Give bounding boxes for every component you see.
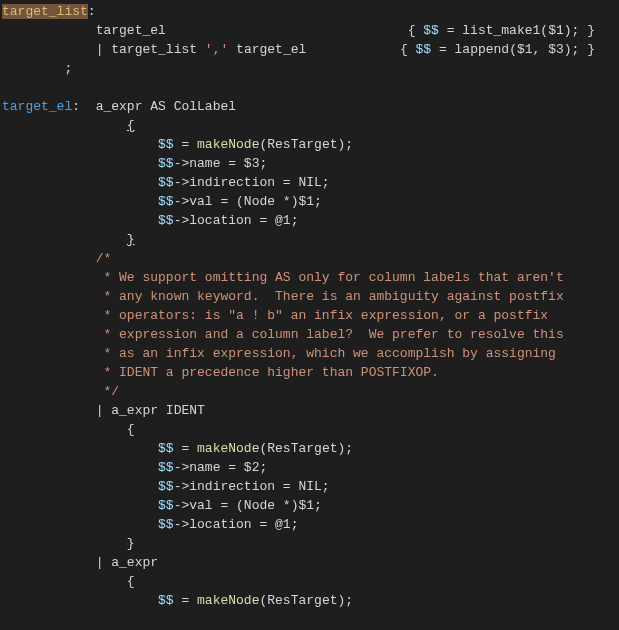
code-line: $$->indirection = NIL; bbox=[0, 477, 619, 496]
code-line: $$->location = @1; bbox=[0, 211, 619, 230]
code-line bbox=[0, 78, 619, 97]
code-line: $$->name = $3; bbox=[0, 154, 619, 173]
code-line: * IDENT a precedence higher than POSTFIX… bbox=[0, 363, 619, 382]
code-line: target_el { $$ = list_make1($1); } bbox=[0, 21, 619, 40]
code-line: * We support omitting AS only for column… bbox=[0, 268, 619, 287]
code-line: $$->val = (Node *)$1; bbox=[0, 192, 619, 211]
code-line: { bbox=[0, 572, 619, 591]
code-line: * as an infix expression, which we accom… bbox=[0, 344, 619, 363]
code-line: * any known keyword. There is an ambigui… bbox=[0, 287, 619, 306]
code-line: } bbox=[0, 534, 619, 553]
code-line: { bbox=[0, 116, 619, 135]
code-line: target_list: bbox=[0, 2, 619, 21]
code-line: */ bbox=[0, 382, 619, 401]
code-line: } bbox=[0, 230, 619, 249]
code-line: | a_expr bbox=[0, 553, 619, 572]
code-line: $$ = makeNode(ResTarget); bbox=[0, 135, 619, 154]
code-line: $$->indirection = NIL; bbox=[0, 173, 619, 192]
code-line: $$->location = @1; bbox=[0, 515, 619, 534]
code-line: * operators: is "a ! b" an infix express… bbox=[0, 306, 619, 325]
code-line: { bbox=[0, 420, 619, 439]
code-line: | a_expr IDENT bbox=[0, 401, 619, 420]
code-line: $$->val = (Node *)$1; bbox=[0, 496, 619, 515]
selection-highlight: target_list bbox=[2, 4, 88, 19]
code-editor[interactable]: target_list: target_el { $$ = list_make1… bbox=[0, 0, 619, 610]
code-line: | target_list ',' target_el { $$ = lappe… bbox=[0, 40, 619, 59]
code-line: * expression and a column label? We pref… bbox=[0, 325, 619, 344]
code-line: /* bbox=[0, 249, 619, 268]
code-line: target_el: a_expr AS ColLabel bbox=[0, 97, 619, 116]
code-line: $$ = makeNode(ResTarget); bbox=[0, 591, 619, 610]
code-line: ; bbox=[0, 59, 619, 78]
code-line: $$ = makeNode(ResTarget); bbox=[0, 439, 619, 458]
code-line: $$->name = $2; bbox=[0, 458, 619, 477]
